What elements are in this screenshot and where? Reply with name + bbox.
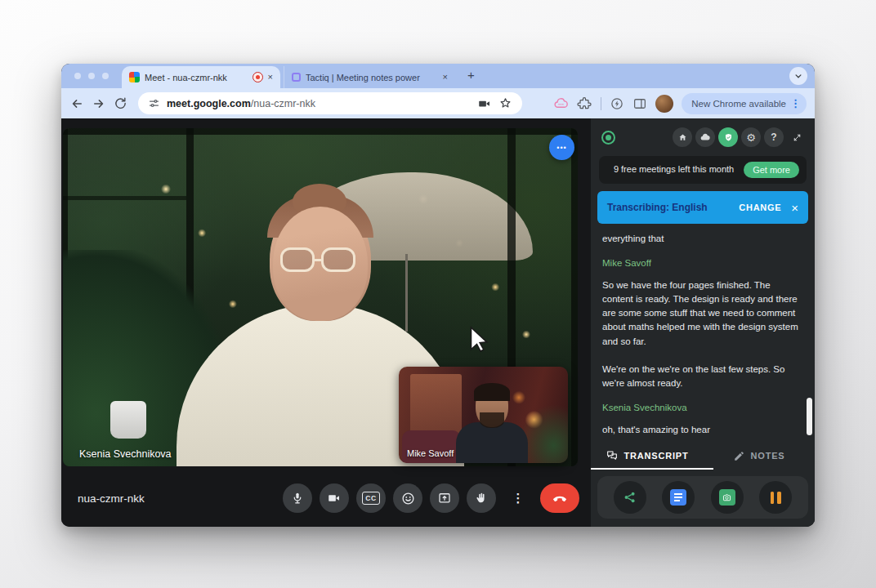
- glasses-lens: [280, 247, 315, 272]
- back-arrow-icon: [69, 96, 84, 111]
- meet-favicon-icon: [129, 72, 140, 82]
- tab-title: Tactiq | Meeting notes power: [306, 73, 438, 82]
- maximize-window-icon[interactable]: [102, 73, 109, 79]
- extensions-puzzle-icon[interactable]: [577, 96, 592, 111]
- tab-close-icon[interactable]: ×: [443, 73, 448, 82]
- settings-button[interactable]: ⚙: [741, 127, 761, 147]
- get-more-button[interactable]: Get more: [744, 162, 799, 178]
- window-frame-bar: [63, 128, 578, 135]
- tab-search-button[interactable]: [789, 67, 807, 85]
- tactiq-sidebar: ⚙ ? 9 free meetings left this month Get …: [591, 118, 815, 527]
- pip-beard: [480, 412, 504, 428]
- hand-icon: [474, 491, 489, 506]
- bookmark-star-icon[interactable]: [498, 96, 512, 110]
- chat-bubbles-icon: [606, 449, 619, 462]
- more-vertical-icon: ⋮: [512, 491, 525, 506]
- speaker-name: Ksenia Svechnikova: [602, 401, 800, 415]
- page-content: Ksenia Svechnikova ••• Mike Savoff: [61, 118, 815, 527]
- window-controls[interactable]: [74, 73, 109, 79]
- url-text[interactable]: meet.google.com/nua-czmr-nkk: [167, 98, 471, 109]
- raise-hand-button[interactable]: [467, 483, 496, 513]
- mic-icon: [290, 491, 305, 506]
- reactions-button[interactable]: [393, 483, 422, 513]
- home-button[interactable]: [673, 127, 692, 147]
- new-chrome-label: New Chrome available: [691, 99, 786, 109]
- camera-button[interactable]: [320, 483, 349, 513]
- cloud-button[interactable]: [695, 127, 715, 147]
- glasses-bridge: [315, 259, 321, 261]
- new-chrome-button[interactable]: New Chrome available ⋮: [682, 93, 807, 114]
- tab-notes[interactable]: NOTES: [703, 442, 815, 470]
- mic-button[interactable]: [283, 483, 312, 513]
- scrollbar-thumb[interactable]: [807, 398, 812, 435]
- glasses-lens: [321, 247, 355, 272]
- camera-capture-icon[interactable]: [477, 96, 492, 111]
- expand-button[interactable]: [787, 127, 807, 147]
- camera-snapshot-icon: [719, 489, 735, 506]
- tab-meet[interactable]: Meet - nua-czmr-nkk ×: [122, 66, 280, 88]
- help-button[interactable]: ?: [764, 127, 784, 147]
- close-window-icon[interactable]: [74, 73, 81, 79]
- share-button[interactable]: [614, 481, 646, 514]
- end-call-button[interactable]: [540, 483, 579, 513]
- minimize-window-icon[interactable]: [88, 73, 95, 79]
- banner-close-icon[interactable]: ×: [791, 202, 798, 214]
- transcript-text: We're on the we're on the last few steps…: [602, 363, 800, 391]
- pip-video-tile[interactable]: Mike Savoff: [399, 367, 568, 463]
- transcript-text: everything that: [602, 232, 800, 246]
- transcript-text: oh, that's amazing to hear: [602, 423, 800, 437]
- end-call-icon: [552, 490, 568, 506]
- reload-button[interactable]: [114, 96, 127, 110]
- meet-bottom-bar: nua-czmr-nkk CC: [61, 470, 591, 527]
- pip-hair: [474, 383, 510, 401]
- toolbar-divider: [601, 97, 601, 110]
- transcribing-banner: Transcribing: English CHANGE ×: [597, 191, 808, 224]
- captions-button[interactable]: CC: [356, 483, 386, 513]
- pencil-icon: [733, 450, 745, 462]
- tab-label: TRANSCRIPT: [624, 451, 689, 461]
- browser-menu-icon[interactable]: ⋮: [790, 97, 801, 109]
- credits-text: 9 free meetings left this month: [610, 163, 737, 176]
- cloud-icon: [699, 131, 711, 143]
- tab-strip: Meet - nua-czmr-nkk × Tactiq | Meeting n…: [61, 64, 815, 88]
- pip-participant-head: [476, 386, 508, 427]
- tactiq-logo-icon: [601, 131, 615, 145]
- tab-transcript[interactable]: TRANSCRIPT: [591, 442, 703, 470]
- chevron-down-icon: [793, 70, 804, 82]
- mouse-cursor: [468, 326, 491, 352]
- tab-close-icon[interactable]: ×: [268, 73, 273, 82]
- meet-stage: Ksenia Svechnikova ••• Mike Savoff: [61, 118, 591, 527]
- tactiq-floating-badge[interactable]: •••: [549, 135, 574, 160]
- profile-avatar[interactable]: [655, 95, 673, 113]
- pause-icon: [771, 492, 781, 504]
- reload-icon: [114, 96, 127, 110]
- tune-icon[interactable]: [148, 97, 160, 109]
- sidebar-tabs: TRANSCRIPT NOTES: [591, 442, 815, 470]
- videocam-icon: [327, 491, 342, 506]
- sidebar-header: ⚙ ?: [591, 118, 815, 152]
- privacy-shield-button[interactable]: [718, 127, 738, 147]
- change-language-button[interactable]: CHANGE: [739, 203, 781, 212]
- new-tab-button[interactable]: +: [467, 68, 475, 82]
- dots-icon: •••: [556, 144, 566, 152]
- participant-name-label: Ksenia Svechnikova: [79, 448, 172, 460]
- screenshot-button[interactable]: [711, 481, 744, 514]
- more-options-button[interactable]: ⋮: [503, 483, 533, 513]
- bolt-extension-icon[interactable]: [610, 96, 624, 111]
- transcript-panel[interactable]: everything that Mike Savoff So we have t…: [591, 224, 815, 442]
- side-panel-icon[interactable]: [632, 96, 647, 111]
- sidebar-header-icons: ⚙ ?: [673, 127, 807, 147]
- forward-button[interactable]: [92, 96, 106, 111]
- google-docs-button[interactable]: [662, 481, 695, 514]
- pink-cloud-extension-icon[interactable]: [553, 96, 569, 111]
- address-bar[interactable]: meet.google.com/nua-czmr-nkk: [138, 92, 522, 114]
- present-button[interactable]: [430, 483, 459, 513]
- smiley-icon: [400, 491, 416, 506]
- meeting-code-label: nua-czmr-nkk: [78, 492, 145, 505]
- tab-tactiq[interactable]: Tactiq | Meeting notes power ×: [284, 66, 455, 88]
- pause-recording-button[interactable]: [759, 481, 792, 514]
- tab-recording-indicator-icon[interactable]: [253, 72, 263, 82]
- glasses: [280, 247, 355, 272]
- browser-window: Meet - nua-czmr-nkk × Tactiq | Meeting n…: [61, 64, 815, 527]
- back-button[interactable]: [69, 96, 84, 111]
